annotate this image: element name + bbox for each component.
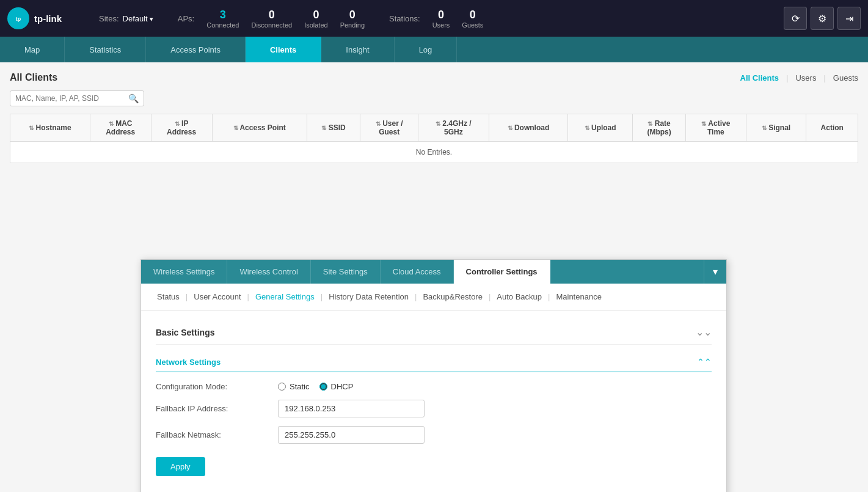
subtab-status[interactable]: Status	[151, 290, 186, 304]
sites-dropdown[interactable]: Default	[123, 14, 153, 23]
ap-pending-num: 0	[349, 9, 356, 21]
ap-connected-label: Connected	[206, 21, 239, 29]
ap-disconnected-num: 0	[269, 9, 275, 21]
refresh-button[interactable]: ⟳	[784, 7, 807, 30]
basic-settings-collapse-icon: ⌄⌄	[696, 326, 712, 338]
tab-access-points[interactable]: Access Points	[146, 37, 246, 62]
tab-cloud-access[interactable]: Cloud Access	[381, 260, 454, 284]
col-ssid[interactable]: ⇅ SSID	[307, 114, 360, 142]
col-rate[interactable]: ⇅ Rate(Mbps)	[632, 114, 685, 142]
ap-stat-isolated: 0 Isolated	[304, 9, 328, 29]
dhcp-option[interactable]: DHCP	[319, 382, 354, 391]
subtab-user-account[interactable]: User Account	[188, 290, 247, 304]
static-radio[interactable]	[278, 383, 286, 391]
station-stat-users: 0 Users	[432, 9, 450, 29]
col-upload[interactable]: ⇅ Upload	[568, 114, 633, 142]
dhcp-label: DHCP	[331, 382, 354, 391]
fallback-netmask-input[interactable]	[278, 426, 425, 444]
config-mode-control: Static DHCP	[278, 382, 353, 391]
main-content: All Clients All Clients | Users | Guests…	[0, 62, 868, 492]
config-mode-label: Configuration Mode:	[156, 382, 278, 391]
subtab-history-data[interactable]: History Data Retention	[323, 290, 415, 304]
tab-site-settings[interactable]: Site Settings	[311, 260, 381, 284]
ap-connected-num: 3	[220, 9, 226, 21]
col-download[interactable]: ⇅ Download	[489, 114, 568, 142]
mail-server-section: Mail Server ⌄⌄	[156, 486, 712, 492]
basic-settings-title: Basic Settings	[156, 328, 214, 337]
ap-isolated-num: 0	[313, 9, 319, 21]
network-settings-section: Network Settings ⌃⌃ Configuration Mode: …	[156, 345, 712, 476]
network-settings-collapse-icon: ⌃⌃	[697, 357, 712, 367]
settings-more-btn[interactable]: ▾	[704, 260, 726, 284]
tab-wireless-control[interactable]: Wireless Control	[227, 260, 310, 284]
col-user-guest[interactable]: ⇅ User /Guest	[360, 114, 418, 142]
search-bar: 🔍	[10, 90, 144, 106]
sites-section: Sites: Default	[99, 14, 153, 23]
stations-label: Stations:	[389, 14, 420, 23]
subtab-auto-backup[interactable]: Auto Backup	[491, 290, 548, 304]
dhcp-radio[interactable]	[319, 383, 327, 391]
clients-table: ⇅ Hostname ⇅ MACAddress ⇅ IPAddress ⇅ Ac…	[10, 114, 858, 163]
svg-text:tp: tp	[16, 16, 21, 22]
ap-stat-disconnected: 0 Disconnected	[251, 9, 292, 29]
aps-label: APs:	[178, 14, 194, 23]
no-entries-cell: No Entries.	[10, 142, 858, 163]
settings-tabs: Wireless Settings Wireless Control Site …	[141, 260, 726, 284]
subtab-backup-restore[interactable]: Backup&Restore	[417, 290, 489, 304]
network-settings-header[interactable]: Network Settings ⌃⌃	[156, 351, 712, 372]
mail-server-header[interactable]: Mail Server ⌄⌄	[156, 486, 712, 492]
station-guests-label: Guests	[462, 21, 483, 29]
logo-area: tp tp-link	[7, 7, 87, 29]
clients-header: All Clients All Clients | Users | Guests	[10, 72, 858, 83]
topbar: tp tp-link Sites: Default APs: 3 Connect…	[0, 0, 868, 37]
config-mode-row: Configuration Mode: Static DHCP	[156, 382, 712, 391]
search-input[interactable]	[15, 94, 126, 103]
tab-wireless-settings[interactable]: Wireless Settings	[141, 260, 227, 284]
station-users-num: 0	[438, 9, 444, 21]
station-stat-guests: 0 Guests	[462, 9, 483, 29]
tab-insight[interactable]: Insight	[321, 37, 394, 62]
tab-clients[interactable]: Clients	[246, 37, 321, 62]
tab-map[interactable]: Map	[0, 37, 65, 62]
settings-body: Basic Settings ⌄⌄ Network Settings ⌃⌃ Co…	[141, 310, 726, 492]
tab-statistics[interactable]: Statistics	[65, 37, 146, 62]
filter-all-clients[interactable]: All Clients	[740, 73, 779, 83]
col-access-point[interactable]: ⇅ Access Point	[212, 114, 307, 142]
fallback-ip-input[interactable]	[278, 400, 425, 417]
static-label: Static	[290, 382, 310, 391]
fallback-netmask-row: Fallback Netmask:	[156, 426, 712, 444]
col-mac[interactable]: ⇅ MACAddress	[90, 114, 151, 142]
ap-isolated-label: Isolated	[304, 21, 328, 29]
filter-guests[interactable]: Guests	[833, 73, 858, 83]
col-band[interactable]: ⇅ 2.4GHz /5GHz	[418, 114, 489, 142]
tab-log[interactable]: Log	[395, 37, 458, 62]
filter-sep-2: |	[823, 73, 825, 83]
filter-sep-1: |	[786, 73, 788, 83]
static-option[interactable]: Static	[278, 382, 310, 391]
filter-users[interactable]: Users	[795, 73, 816, 83]
ap-stat-pending: 0 Pending	[340, 9, 365, 29]
topbar-actions: ⟳ ⚙ ⇥	[784, 7, 861, 30]
subtab-general-settings[interactable]: General Settings	[249, 290, 321, 304]
settings-panel: Wireless Settings Wireless Control Site …	[140, 259, 727, 492]
stations-section: Stations: 0 Users 0 Guests	[389, 9, 483, 29]
apply-button[interactable]: Apply	[156, 457, 205, 476]
basic-settings-section[interactable]: Basic Settings ⌄⌄	[156, 320, 712, 345]
station-guests-num: 0	[470, 9, 476, 21]
col-ip[interactable]: ⇅ IPAddress	[151, 114, 212, 142]
fallback-netmask-label: Fallback Netmask:	[156, 430, 278, 439]
network-settings-title: Network Settings	[156, 358, 221, 367]
col-hostname[interactable]: ⇅ Hostname	[10, 114, 90, 142]
tab-controller-settings[interactable]: Controller Settings	[454, 260, 550, 284]
clients-filters: All Clients | Users | Guests	[740, 73, 859, 83]
ap-disconnected-label: Disconnected	[251, 21, 292, 29]
col-active-time[interactable]: ⇅ ActiveTime	[686, 114, 746, 142]
logout-button[interactable]: ⇥	[837, 7, 861, 30]
col-signal[interactable]: ⇅ Signal	[746, 114, 806, 142]
search-icon[interactable]: 🔍	[128, 94, 139, 103]
fallback-ip-label: Fallback IP Address:	[156, 404, 278, 413]
no-entries-row: No Entries.	[10, 142, 858, 163]
settings-button[interactable]: ⚙	[811, 7, 834, 30]
clients-title: All Clients	[10, 72, 57, 83]
subtab-maintenance[interactable]: Maintenance	[550, 290, 607, 304]
